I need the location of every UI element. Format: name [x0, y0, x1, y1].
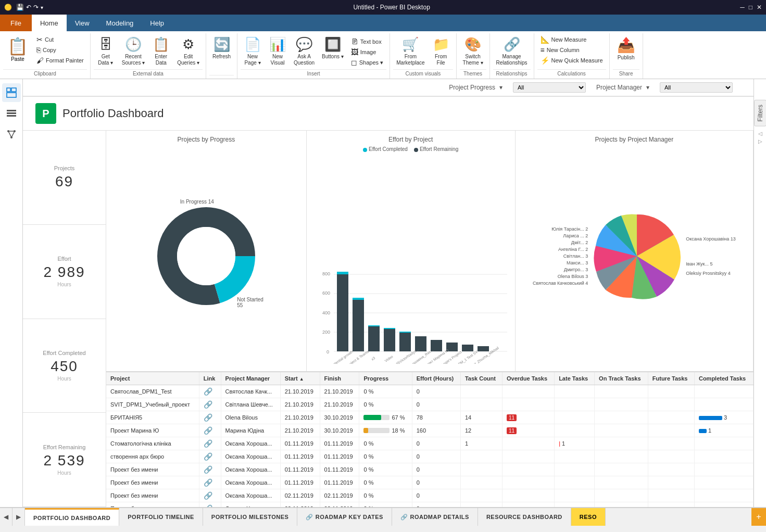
image-icon: 🖼 — [351, 48, 358, 56]
col-effort[interactable]: Effort (Hours) — [412, 372, 460, 385]
data-view-icon[interactable] — [2, 104, 21, 123]
tab-add-button[interactable]: + — [751, 508, 766, 526]
cell-link[interactable]: 🔗 — [199, 385, 221, 398]
svg-rect-5 — [7, 115, 16, 117]
buttons-label: Buttons ▾ — [322, 54, 344, 60]
report-view-icon[interactable] — [2, 83, 21, 102]
col-future[interactable]: Future Tasks — [648, 372, 694, 385]
pie-right-labels: Оксана Хорошавіна 13 Іван Жук... 5 Oleks… — [686, 236, 735, 276]
expand-right-icon[interactable]: ▷ — [758, 138, 762, 144]
ribbon-group-calculations: 📐 New Measure ≡ New Column ⚡ New Quick M… — [534, 33, 610, 79]
image-button[interactable]: 🖼 Image — [348, 47, 386, 57]
refresh-button[interactable]: 🔄 Refresh — [209, 34, 234, 62]
kpi-effort-completed-value: 450 — [51, 358, 78, 375]
manage-relationships-button[interactable]: 🔗 ManageRelationships — [493, 34, 531, 68]
col-project[interactable]: Project — [106, 372, 199, 385]
save-icon[interactable]: 💾 — [16, 4, 24, 11]
close-btn[interactable]: ✕ — [757, 4, 762, 11]
calculations-items: 📐 New Measure ≡ New Column ⚡ New Quick M… — [537, 34, 606, 68]
enter-data-button[interactable]: 📋 EnterData — [149, 34, 173, 68]
col-on-track[interactable]: On Track Tasks — [595, 372, 648, 385]
tab-roadmap-details[interactable]: 🔗 ROADMAP DETAILS — [392, 508, 478, 526]
tab-portfolio-dashboard[interactable]: PORTFOLIO DASHBOARD — [25, 508, 119, 526]
text-box-icon: 🖹 — [351, 37, 358, 46]
tab-portfolio-milestones[interactable]: PORTFOLIO MILESTONES — [203, 508, 298, 526]
tab-help[interactable]: Help — [142, 15, 172, 31]
cell-completed — [694, 385, 753, 398]
tab-modeling[interactable]: Modeling — [98, 15, 142, 31]
redo-icon[interactable]: ↷ — [33, 4, 39, 11]
model-view-icon[interactable] — [2, 125, 21, 144]
minimize-btn[interactable]: ─ — [740, 4, 745, 11]
relationships-items: 🔗 ManageRelationships — [493, 34, 531, 68]
svg-point-14 — [177, 227, 235, 285]
col-task-count[interactable]: Task Count — [460, 372, 502, 385]
ribbon-group-external-data: 🗄 GetData ▾ 🕒 RecentSources ▾ 📋 EnterDat… — [91, 33, 206, 79]
buttons-button[interactable]: 🔲 Buttons ▾ — [319, 34, 347, 62]
paste-button[interactable]: 📋 Paste — [3, 34, 32, 64]
switch-theme-button[interactable]: 🎨 SwitchTheme ▾ — [460, 34, 486, 68]
tab-nav-right[interactable]: ▶ — [12, 508, 25, 526]
tab-portfolio-timeline[interactable]: PORTFOLIO TIMELINE — [119, 508, 203, 526]
cut-button[interactable]: ✂ Cut — [33, 34, 87, 45]
col-manager[interactable]: Project Manager — [221, 372, 280, 385]
new-measure-button[interactable]: 📐 New Measure — [537, 34, 606, 45]
recent-sources-label: RecentSources ▾ — [122, 54, 145, 66]
project-manager-select[interactable]: All — [660, 82, 733, 93]
tab-view[interactable]: View — [67, 15, 98, 31]
project-manager-select-wrap: All — [660, 82, 733, 93]
filters-panel-label[interactable]: Filters — [754, 100, 767, 126]
new-column-button[interactable]: ≡ New Column — [537, 45, 606, 55]
tab-nav-left[interactable]: ◀ — [0, 508, 12, 526]
refresh-items: 🔄 Refresh — [209, 34, 234, 74]
undo-icon[interactable]: ↶ — [26, 4, 31, 11]
tab-reso[interactable]: RESO — [571, 508, 606, 526]
publish-button[interactable]: 📤 Publish — [613, 34, 639, 62]
col-finish[interactable]: Finish — [320, 372, 359, 385]
cut-label: Cut — [45, 36, 54, 43]
kpi-effort: Effort 2 989 Hours — [23, 225, 106, 319]
new-page-button[interactable]: 📄 NewPage ▾ — [241, 34, 265, 68]
svg-rect-0 — [7, 88, 10, 92]
kpi-effort-remaining-value: 2 539 — [43, 452, 85, 469]
recent-sources-button[interactable]: 🕒 RecentSources ▾ — [119, 34, 148, 68]
clipboard-items: 📋 Paste ✂ Cut ⎘ Copy 🖌 Format Painter — [3, 34, 87, 68]
format-painter-button[interactable]: 🖌 Format Painter — [33, 55, 87, 66]
chart-by-progress: Projects by Progress — [106, 131, 307, 371]
col-progress[interactable]: Progress — [359, 372, 412, 385]
new-quick-measure-button[interactable]: ⚡ New Quick Measure — [537, 55, 606, 66]
shapes-button[interactable]: ◻ Shapes ▾ — [348, 57, 386, 68]
col-completed[interactable]: Completed Tasks — [694, 372, 753, 385]
svg-rect-25 — [337, 274, 348, 351]
project-progress-select[interactable]: All — [513, 82, 586, 93]
tab-resource-dashboard[interactable]: RESOURCE DASHBOARD — [478, 508, 571, 526]
expand-left-icon[interactable]: ◁ — [758, 131, 762, 136]
data-table: Project Link Project Manager Start ▲ Fin… — [106, 372, 754, 507]
ask-question-button[interactable]: 💬 Ask AQuestion — [291, 34, 318, 68]
col-late[interactable]: Late Tasks — [555, 372, 595, 385]
from-file-button[interactable]: 📁 FromFile — [429, 34, 453, 68]
text-box-button[interactable]: 🖹 Text box — [348, 36, 386, 47]
svg-rect-33 — [399, 333, 411, 351]
svg-rect-32 — [384, 328, 395, 329]
new-visual-button[interactable]: 📊 NewVisual — [266, 34, 290, 68]
dashboard: Project Progress ▾ All Project Manager ▾… — [23, 79, 754, 507]
dropdown-icon[interactable]: ▾ — [41, 5, 43, 10]
external-data-items: 🗄 GetData ▾ 🕒 RecentSources ▾ 📋 EnterDat… — [94, 34, 203, 68]
kpi-effort-remaining-sub: Hours — [57, 470, 71, 476]
table-area: Project Link Project Manager Start ▲ Fin… — [106, 372, 754, 507]
switch-theme-label: SwitchTheme ▾ — [463, 54, 483, 66]
col-start[interactable]: Start ▲ — [280, 372, 320, 385]
get-data-button[interactable]: 🗄 GetData ▾ — [94, 34, 118, 68]
copy-button[interactable]: ⎘ Copy — [33, 45, 87, 55]
kpi-projects-label: Projects — [54, 165, 75, 171]
tab-home[interactable]: Home — [32, 15, 67, 31]
col-link[interactable]: Link — [199, 372, 221, 385]
edit-queries-button[interactable]: ⚙ EditQueries ▾ — [174, 34, 203, 68]
from-marketplace-button[interactable]: 🛒 FromMarketplace — [393, 34, 428, 68]
kpi-effort-completed-sub: Hours — [57, 376, 71, 382]
tab-file[interactable]: File — [0, 15, 32, 31]
maximize-btn[interactable]: □ — [749, 4, 752, 11]
col-overdue[interactable]: Overdue Tasks — [503, 372, 555, 385]
tab-roadmap-key-dates[interactable]: 🔗 ROADMAP KEY DATES — [297, 508, 392, 526]
